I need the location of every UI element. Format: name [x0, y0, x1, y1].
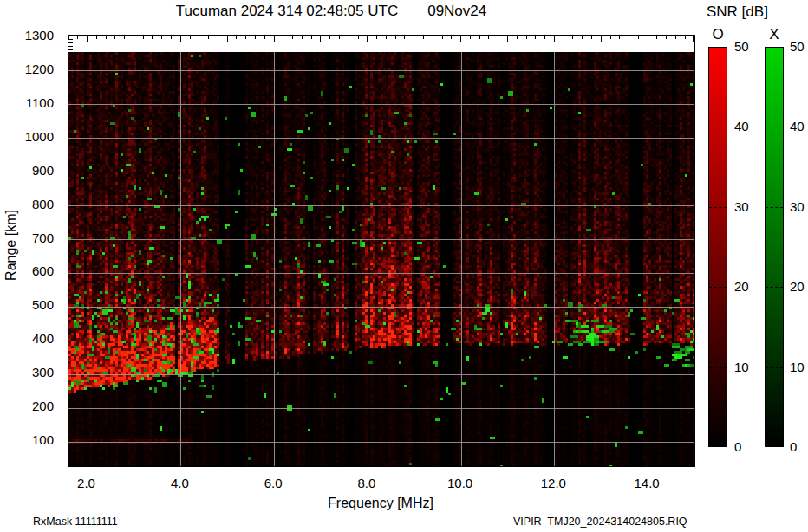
colorbar-o-gradient — [708, 47, 727, 447]
title-station-time: Tucuman 2024 314 02:48:05 UTC — [176, 3, 398, 20]
x-axis-tick — [329, 36, 330, 39]
x-axis-tick — [320, 36, 321, 42]
x-axis-tick — [629, 36, 629, 39]
x-axis-tick — [544, 36, 545, 39]
x-axis-tick — [564, 36, 564, 39]
x-axis-tick — [236, 36, 237, 39]
x-axis-tick — [404, 36, 405, 39]
x-axis-tick — [161, 36, 162, 39]
plot-title: Tucuman 2024 314 02:48:05 UTC 09Nov24 — [0, 3, 662, 20]
ionogram-heatmap-canvas — [68, 52, 694, 466]
x-axis-tick — [264, 36, 265, 39]
x-axis-tick — [414, 36, 414, 42]
y-tick-label: 1300 — [0, 28, 54, 43]
x-tick-label: 12.0 — [531, 476, 575, 491]
y-axis-tick — [68, 39, 73, 40]
y-tick-label: 900 — [0, 163, 54, 178]
x-axis-tick — [619, 36, 620, 39]
colorbar-dash-tick — [766, 287, 783, 288]
x-axis-tick — [77, 36, 78, 39]
x-axis-tick — [208, 36, 209, 39]
y-tick-label: 1000 — [0, 129, 54, 145]
colorbar-tick-label: 30 — [734, 199, 759, 215]
x-axis-tick — [143, 36, 144, 39]
x-axis-tick — [638, 36, 639, 39]
colorbar-tick-label: 50 — [790, 39, 808, 55]
colorbar-o-label: O — [708, 26, 727, 43]
x-axis-tick — [666, 36, 667, 39]
x-axis-tick — [386, 36, 387, 39]
y-tick-label: 300 — [0, 365, 54, 380]
y-axis-tick — [68, 36, 75, 36]
colorbar-tick-label: 0 — [790, 439, 808, 455]
x-tick-label: 8.0 — [345, 476, 388, 491]
x-axis-tick — [152, 36, 153, 39]
x-axis-tick — [349, 36, 349, 39]
x-axis-tick — [470, 36, 471, 39]
y-tick-label: 1200 — [0, 62, 54, 77]
x-axis-tick — [106, 36, 107, 39]
x-axis-tick — [180, 36, 181, 42]
colorbar-dash-tick — [766, 127, 783, 127]
x-axis-tick — [283, 36, 283, 39]
x-axis-tick — [96, 36, 97, 39]
x-axis-tick — [460, 36, 461, 42]
colorbar-tick-label: 0 — [734, 439, 759, 455]
x-axis-tick — [693, 36, 694, 42]
x-axis-tick — [656, 36, 657, 39]
colorbar-dash-tick — [766, 207, 783, 208]
x-tick-label: 6.0 — [251, 476, 295, 491]
x-axis-tick — [601, 36, 602, 42]
x-axis-tick — [572, 36, 573, 39]
x-axis-tick — [171, 36, 172, 39]
x-axis-tick — [134, 36, 134, 42]
x-axis-tick — [87, 36, 88, 42]
colorbar-x-label: X — [765, 26, 784, 43]
x-axis-tick — [367, 36, 368, 42]
y-axis-tick — [68, 46, 73, 47]
x-axis-tick — [124, 36, 125, 39]
x-tick-label: 10.0 — [439, 476, 482, 491]
colorbar-title: SNR [dB] — [707, 3, 768, 21]
x-axis-tick — [582, 36, 583, 39]
x-axis-tick — [488, 36, 489, 39]
y-tick-label: 500 — [0, 297, 54, 313]
x-axis-tick — [358, 36, 359, 39]
x-axis-tick — [114, 36, 115, 39]
x-axis-tick — [498, 36, 498, 39]
x-axis-tick — [685, 36, 686, 39]
x-axis-tick — [423, 36, 424, 39]
x-axis-tick — [591, 36, 592, 39]
x-axis-tick — [507, 36, 508, 42]
x-tick-label: 2.0 — [65, 476, 108, 491]
ionogram-figure: Tucuman 2024 314 02:48:05 UTC 09Nov24 Ra… — [0, 0, 808, 532]
y-tick-label: 700 — [0, 230, 54, 246]
colorbar-tick-label: 10 — [734, 360, 759, 375]
colorbar-dash-tick — [766, 367, 783, 368]
title-date: 09Nov24 — [427, 3, 486, 20]
x-axis-tick — [274, 36, 275, 42]
x-axis-tick — [311, 36, 312, 39]
x-axis-tick — [433, 36, 433, 39]
colorbar-tick-label: 40 — [734, 119, 759, 134]
x-axis-tick — [218, 36, 218, 39]
x-axis-tick — [302, 36, 303, 39]
plot-frame — [68, 35, 695, 467]
x-axis-tick — [199, 36, 199, 39]
x-axis-tick — [451, 36, 452, 39]
x-axis-tick — [227, 36, 228, 42]
colorbar-tick-label: 50 — [734, 39, 759, 55]
x-axis-tick — [395, 36, 396, 39]
x-axis-tick — [376, 36, 377, 39]
x-axis-tick — [442, 36, 443, 39]
colorbar-tick-label: 10 — [790, 360, 808, 375]
y-tick-label: 600 — [0, 263, 54, 279]
colorbar-tick-label: 40 — [790, 119, 808, 134]
x-axis-tick — [245, 36, 246, 39]
colorbar-x-gradient — [765, 47, 784, 447]
x-axis-tick — [535, 36, 536, 39]
x-axis-tick — [255, 36, 256, 39]
x-axis-tick — [479, 36, 480, 39]
rx-mask-text: RxMask 11111111 — [33, 516, 118, 528]
colorbar-dash-tick — [709, 287, 727, 288]
